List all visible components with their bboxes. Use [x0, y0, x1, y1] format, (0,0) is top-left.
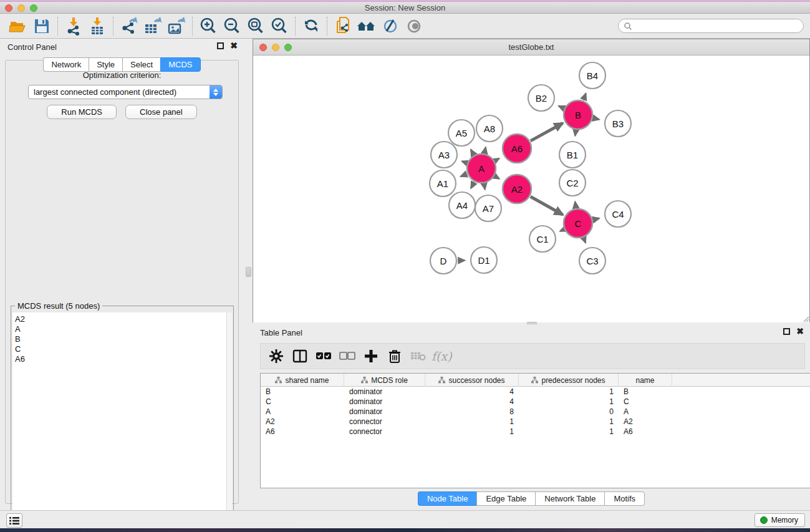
mcds-result-list[interactable]: A2ABCA6 [12, 312, 226, 516]
node-C[interactable]: C [564, 209, 592, 238]
tab-mcds[interactable]: MCDS [160, 57, 200, 72]
column-header-predecessor-nodes[interactable]: predecessor nodes [519, 374, 619, 387]
clone-network-button[interactable] [331, 16, 355, 36]
node-A3[interactable]: A3 [431, 142, 457, 168]
run-mcds-button[interactable]: Run MCDS [47, 105, 117, 119]
cell-successor-nodes[interactable]: 4 [425, 397, 519, 407]
node-B4[interactable]: B4 [579, 62, 605, 89]
export-table-button[interactable] [141, 16, 165, 36]
cell-predecessor-nodes[interactable]: 1 [519, 387, 619, 397]
tab-node-table[interactable]: Node Table [418, 491, 477, 506]
cell-MCDS-role[interactable]: connector [344, 427, 425, 437]
cell-successor-nodes[interactable]: 8 [425, 407, 519, 417]
node-A5[interactable]: A5 [448, 120, 475, 146]
cell-predecessor-nodes[interactable]: 1 [519, 427, 619, 437]
show-hide-button[interactable] [402, 16, 426, 36]
minimize-window-button[interactable] [17, 4, 25, 12]
window-resize-grip[interactable] [802, 315, 809, 322]
cell-shared-name[interactable]: B [261, 387, 344, 397]
table-row[interactable]: Cdominator41C [261, 397, 810, 407]
memory-button[interactable]: Memory [755, 513, 805, 527]
close-network-button[interactable] [259, 44, 267, 51]
save-session-button[interactable] [30, 16, 54, 36]
delete-button[interactable] [384, 346, 405, 366]
cell-shared-name[interactable]: A2 [261, 417, 344, 427]
float-panel-icon[interactable] [217, 42, 224, 49]
cell-predecessor-nodes[interactable]: 1 [519, 417, 619, 427]
edge-B-B2[interactable] [559, 106, 564, 109]
node-D[interactable]: D [430, 248, 456, 274]
edge-A6-B[interactable] [531, 123, 563, 141]
node-C1[interactable]: C1 [529, 226, 556, 252]
edge-A-A5[interactable] [471, 150, 474, 155]
show-columns-button[interactable] [289, 346, 311, 366]
edge-C-C3[interactable] [584, 238, 586, 243]
task-history-button[interactable] [6, 513, 22, 528]
edge-B-B3[interactable] [593, 118, 599, 119]
node-C2[interactable]: C2 [559, 170, 586, 196]
cell-successor-nodes[interactable]: 4 [425, 387, 519, 397]
edge-B-B4[interactable] [584, 94, 586, 100]
edge-A-A6[interactable] [495, 158, 499, 161]
export-image-button[interactable] [165, 16, 188, 36]
edge-C-C2[interactable] [575, 202, 576, 208]
node-C4[interactable]: C4 [605, 201, 631, 227]
edge-B-B1[interactable] [575, 130, 576, 136]
open-session-button[interactable] [6, 16, 30, 36]
zoom-out-button[interactable] [220, 16, 244, 36]
network-canvas[interactable]: AA1A2A3A4A5A6A7A8BB1B2B3B4CC1C2C3C4DD1 [253, 56, 809, 322]
float-table-panel-icon[interactable] [783, 328, 790, 335]
cell-name[interactable]: C [619, 397, 672, 407]
node-C3[interactable]: C3 [579, 248, 605, 274]
mcds-result-item[interactable]: A6 [15, 354, 226, 364]
node-A4[interactable]: A4 [449, 192, 475, 218]
mcds-result-item[interactable]: A [15, 324, 226, 334]
close-panel-button[interactable]: Close panel [125, 105, 197, 119]
close-table-panel-icon[interactable]: ✖ [796, 328, 804, 335]
edge-A-A3[interactable] [462, 162, 466, 163]
select-all-button[interactable] [313, 346, 334, 366]
table-row[interactable]: A6connector11A6 [261, 427, 810, 437]
mcds-result-item[interactable]: A2 [15, 314, 226, 324]
cell-shared-name[interactable]: A6 [261, 427, 344, 437]
tab-select[interactable]: Select [122, 57, 160, 72]
add-column-button[interactable] [360, 346, 382, 366]
cell-name[interactable]: A2 [619, 417, 672, 427]
tab-edge-table[interactable]: Edge Table [476, 491, 535, 506]
cell-successor-nodes[interactable]: 1 [425, 427, 519, 437]
edge-A-A2[interactable] [495, 177, 499, 179]
cell-name[interactable]: A [619, 407, 672, 417]
node-A2[interactable]: A2 [503, 175, 531, 203]
node-A8[interactable]: A8 [476, 115, 503, 142]
edge-A-A7[interactable] [484, 184, 485, 190]
cell-shared-name[interactable]: C [261, 397, 344, 407]
cell-name[interactable]: B [619, 387, 672, 397]
zoom-network-button[interactable] [284, 44, 292, 51]
network-window-titlebar[interactable]: testGlobe.txt [253, 39, 809, 56]
cell-MCDS-role[interactable]: dominator [344, 407, 425, 417]
table-settings-button[interactable] [266, 346, 287, 366]
node-A6[interactable]: A6 [503, 134, 531, 163]
zoom-in-button[interactable] [196, 16, 220, 36]
toggle-visual-button[interactable] [378, 16, 402, 36]
node-A[interactable]: A [467, 154, 496, 183]
column-header-name[interactable]: name [619, 374, 672, 387]
column-header-MCDS-role[interactable]: MCDS role [344, 374, 425, 387]
cell-successor-nodes[interactable]: 1 [425, 417, 519, 427]
zoom-selected-button[interactable] [268, 16, 291, 36]
cell-name[interactable]: A6 [619, 427, 672, 437]
node-B3[interactable]: B3 [605, 110, 631, 137]
close-window-button[interactable] [5, 4, 12, 12]
tab-style[interactable]: Style [89, 57, 122, 72]
cell-MCDS-role[interactable]: dominator [344, 387, 425, 397]
cell-predecessor-nodes[interactable]: 1 [519, 397, 619, 407]
cell-shared-name[interactable]: A [261, 407, 344, 417]
optimization-criterion-dropdown[interactable]: largest connected component (directed) [28, 85, 223, 99]
search-field[interactable] [618, 19, 804, 33]
edge-C-C1[interactable] [560, 230, 564, 231]
zoom-window-button[interactable] [30, 4, 37, 12]
search-input[interactable] [632, 21, 803, 32]
node-A7[interactable]: A7 [475, 195, 501, 221]
vertical-splitter-grip[interactable] [246, 267, 251, 277]
cell-predecessor-nodes[interactable]: 0 [519, 407, 619, 417]
